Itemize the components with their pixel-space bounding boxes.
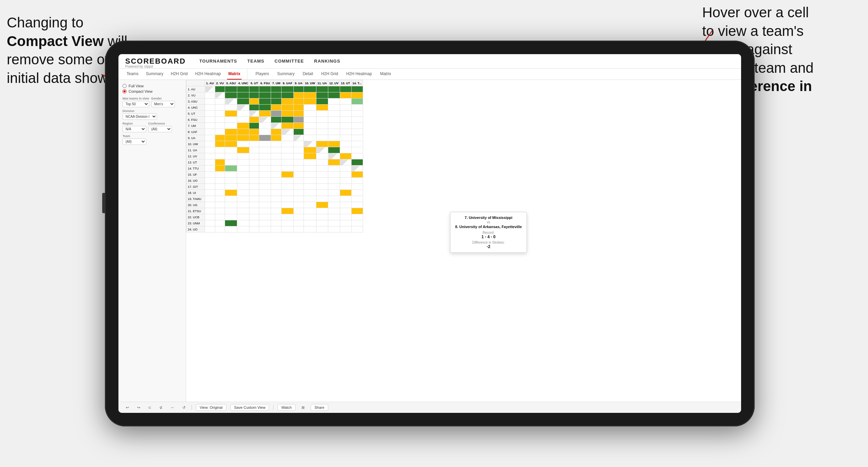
view-option-compact[interactable]: Compact View xyxy=(123,89,182,93)
matrix-cell[interactable] xyxy=(249,184,259,190)
matrix-cell[interactable] xyxy=(259,196,271,202)
matrix-cell[interactable] xyxy=(340,98,351,105)
matrix-cell[interactable] xyxy=(249,92,259,98)
matrix-cell[interactable] xyxy=(205,178,215,184)
matrix-cell[interactable] xyxy=(259,147,271,153)
matrix-cell[interactable] xyxy=(225,172,237,178)
nav-tournaments[interactable]: TOURNAMENTS xyxy=(199,59,237,68)
matrix-cell[interactable] xyxy=(215,111,225,117)
matrix-cell[interactable] xyxy=(304,184,316,190)
matrix-cell[interactable] xyxy=(304,196,316,202)
matrix-cell[interactable] xyxy=(215,226,225,232)
matrix-cell[interactable] xyxy=(316,105,328,111)
matrix-cell[interactable] xyxy=(205,214,215,220)
matrix-cell[interactable] xyxy=(316,153,328,159)
matrix-cell[interactable] xyxy=(340,92,351,98)
matrix-cell[interactable] xyxy=(351,190,363,196)
matrix-cell[interactable] xyxy=(225,165,237,172)
toolbar-undo[interactable]: ↩ xyxy=(124,404,131,411)
matrix-cell[interactable] xyxy=(259,129,271,135)
tab-h2h-heatmap-2[interactable]: H2H Heatmap xyxy=(345,69,373,80)
matrix-cell[interactable] xyxy=(304,178,316,184)
nav-teams[interactable]: TEAMS xyxy=(247,59,265,68)
matrix-cell[interactable] xyxy=(205,117,215,123)
matrix-cell[interactable] xyxy=(316,98,328,105)
matrix-cell[interactable] xyxy=(328,214,340,220)
matrix-cell[interactable] xyxy=(225,111,237,117)
matrix-cell[interactable] xyxy=(316,129,328,135)
matrix-cell[interactable] xyxy=(205,129,215,135)
matrix-cell[interactable] xyxy=(271,117,282,123)
matrix-cell[interactable] xyxy=(205,159,215,165)
matrix-cell[interactable] xyxy=(304,135,316,141)
matrix-cell[interactable] xyxy=(259,214,271,220)
matrix-cell[interactable] xyxy=(237,147,249,153)
matrix-cell[interactable] xyxy=(237,184,249,190)
matrix-cell[interactable] xyxy=(259,117,271,123)
matrix-cell[interactable] xyxy=(271,190,282,196)
matrix-cell[interactable] xyxy=(328,153,340,159)
matrix-cell[interactable] xyxy=(328,86,340,92)
matrix-cell[interactable] xyxy=(282,111,294,117)
matrix-cell[interactable] xyxy=(293,123,304,129)
matrix-cell[interactable] xyxy=(237,220,249,226)
matrix-cell[interactable] xyxy=(205,111,215,117)
toolbar-btn-3[interactable]: ⊂ xyxy=(146,404,153,411)
matrix-cell[interactable] xyxy=(225,98,237,105)
matrix-cell[interactable] xyxy=(225,220,237,226)
matrix-cell[interactable] xyxy=(271,98,282,105)
matrix-cell[interactable] xyxy=(237,165,249,172)
toolbar-redo[interactable]: ↪ xyxy=(135,404,142,411)
matrix-cell[interactable] xyxy=(304,202,316,208)
matrix-cell[interactable] xyxy=(225,159,237,165)
matrix-cell[interactable] xyxy=(351,105,363,111)
matrix-cell[interactable] xyxy=(293,105,304,111)
matrix-cell[interactable] xyxy=(293,172,304,178)
matrix-cell[interactable] xyxy=(205,226,215,232)
matrix-cell[interactable] xyxy=(316,178,328,184)
matrix-cell[interactable] xyxy=(215,214,225,220)
matrix-cell[interactable] xyxy=(340,226,351,232)
matrix-cell[interactable] xyxy=(225,196,237,202)
matrix-cell[interactable] xyxy=(249,208,259,214)
view-option-full[interactable]: Full View xyxy=(123,84,182,88)
matrix-cell[interactable] xyxy=(237,123,249,129)
matrix-cell[interactable] xyxy=(249,123,259,129)
matrix-cell[interactable] xyxy=(351,196,363,202)
matrix-cell[interactable] xyxy=(205,86,215,92)
matrix-cell[interactable] xyxy=(249,135,259,141)
matrix-cell[interactable] xyxy=(340,141,351,147)
matrix-cell[interactable] xyxy=(215,92,225,98)
matrix-cell[interactable] xyxy=(249,98,259,105)
matrix-cell[interactable] xyxy=(249,220,259,226)
matrix-cell[interactable] xyxy=(304,105,316,111)
matrix-cell[interactable] xyxy=(316,196,328,202)
matrix-cell[interactable] xyxy=(225,202,237,208)
matrix-cell[interactable] xyxy=(328,226,340,232)
matrix-cell[interactable] xyxy=(225,184,237,190)
matrix-cell[interactable] xyxy=(271,129,282,135)
matrix-cell[interactable] xyxy=(205,165,215,172)
nav-committee[interactable]: COMMITTEE xyxy=(274,59,304,68)
matrix-cell[interactable] xyxy=(293,117,304,123)
matrix-cell[interactable] xyxy=(237,141,249,147)
matrix-cell[interactable] xyxy=(293,111,304,117)
matrix-cell[interactable] xyxy=(293,92,304,98)
matrix-cell[interactable] xyxy=(215,184,225,190)
matrix-cell[interactable] xyxy=(215,141,225,147)
matrix-cell[interactable] xyxy=(340,117,351,123)
matrix-cell[interactable] xyxy=(237,135,249,141)
matrix-cell[interactable] xyxy=(225,92,237,98)
matrix-cell[interactable] xyxy=(340,172,351,178)
matrix-cell[interactable] xyxy=(351,226,363,232)
matrix-cell[interactable] xyxy=(259,208,271,214)
matrix-cell[interactable] xyxy=(271,196,282,202)
matrix-cell[interactable] xyxy=(304,92,316,98)
matrix-cell[interactable] xyxy=(340,208,351,214)
matrix-cell[interactable] xyxy=(304,220,316,226)
matrix-cell[interactable] xyxy=(271,111,282,117)
filter-division-select[interactable]: NCAA Division I xyxy=(123,113,157,120)
matrix-cell[interactable] xyxy=(249,111,259,117)
filter-gender-select[interactable]: Men's xyxy=(151,101,175,107)
matrix-cell[interactable] xyxy=(282,214,294,220)
